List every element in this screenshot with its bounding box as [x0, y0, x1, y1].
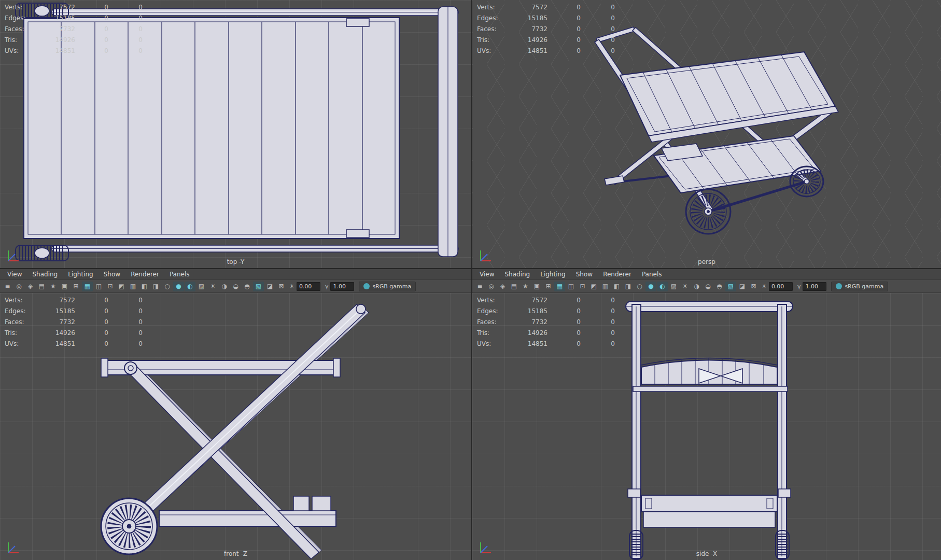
hud-row-col3: 0 — [108, 297, 143, 307]
anti-aliasing-icon[interactable]: ▧ — [725, 282, 736, 291]
hud-row-label: Edges: — [477, 307, 518, 318]
exposure-field[interactable] — [297, 282, 320, 291]
lock-camera-icon[interactable]: ◈ — [25, 282, 36, 291]
shadows-icon[interactable]: ◑ — [691, 282, 702, 291]
two-d-pan-zoom-icon[interactable]: ⊞ — [71, 282, 81, 291]
viewport-canvas-top[interactable]: Verts: 7572 0 0 Edges: 15185 0 0 Faces: … — [0, 0, 471, 268]
image-plane-icon[interactable]: ▣ — [531, 282, 542, 291]
safe-action-icon[interactable]: ◧ — [139, 282, 150, 291]
hud-row-col2: 0 — [547, 329, 581, 340]
gamma-field[interactable] — [803, 282, 826, 291]
grid-toggle-icon[interactable]: ▦ — [554, 282, 565, 291]
motion-blur-icon[interactable]: ◓ — [242, 282, 252, 291]
menu-shading[interactable]: Shading — [499, 271, 535, 278]
exposure-field[interactable] — [769, 282, 793, 291]
hud-row-col2: 0 — [75, 25, 108, 36]
motion-blur-icon[interactable]: ◓ — [714, 282, 725, 291]
textured-mode-icon[interactable]: ▨ — [196, 282, 207, 291]
hud-row-col2: 0 — [547, 15, 581, 25]
gate-mask-icon[interactable]: ◩ — [588, 282, 599, 291]
menu-panels[interactable]: Panels — [637, 271, 667, 278]
hud-row-col3: 0 — [581, 318, 615, 329]
colorspace-label: sRGB gamma — [372, 283, 411, 290]
film-gate-icon[interactable]: ◫ — [566, 282, 577, 291]
wireframe-mode-icon[interactable]: ○ — [634, 282, 645, 291]
viewport-canvas-persp[interactable]: Verts: 7572 0 0 Edges: 15185 0 0 Faces: … — [472, 0, 941, 268]
image-plane-icon[interactable]: ▣ — [59, 282, 70, 291]
menu-show[interactable]: Show — [99, 271, 125, 278]
panel-menu-icon[interactable]: ≡ — [474, 282, 485, 291]
grid-toggle-icon[interactable]: ▦ — [82, 282, 93, 291]
safe-action-icon[interactable]: ◧ — [611, 282, 622, 291]
isolate-select-icon[interactable]: ⊠ — [276, 282, 287, 291]
menu-panels[interactable]: Panels — [164, 271, 195, 278]
exposure-control: ☀ — [762, 282, 793, 291]
panel-menubar: View Shading Lighting Show Renderer Pane… — [472, 269, 941, 280]
xray-icon[interactable]: ◪ — [737, 282, 748, 291]
menu-shading[interactable]: Shading — [27, 271, 63, 278]
hud-row-value: 7732 — [46, 25, 75, 36]
wireframe-on-shaded-icon[interactable]: ◐ — [657, 282, 668, 291]
field-chart-icon[interactable]: ▥ — [600, 282, 611, 291]
camera-attributes-icon[interactable]: ▤ — [36, 282, 47, 291]
resolution-gate-icon[interactable]: ⊡ — [105, 282, 116, 291]
wireframe-mode-icon[interactable]: ○ — [162, 282, 173, 291]
wireframe-on-shaded-icon[interactable]: ◐ — [185, 282, 195, 291]
screen-space-ao-icon[interactable]: ◒ — [230, 282, 241, 291]
hud-row-value: 15185 — [46, 15, 75, 25]
hud-row-col3: 0 — [581, 340, 615, 351]
menu-lighting[interactable]: Lighting — [535, 271, 571, 278]
shadows-icon[interactable]: ◑ — [219, 282, 230, 291]
film-gate-icon[interactable]: ◫ — [93, 282, 104, 291]
hud-row-label: Verts: — [5, 297, 46, 307]
field-chart-icon[interactable]: ▥ — [128, 282, 138, 291]
use-all-lights-icon[interactable]: ☀ — [680, 282, 691, 291]
hud-row-value: 7572 — [46, 297, 75, 307]
view-transform-chip[interactable]: sRGB gamma — [831, 282, 888, 291]
two-d-pan-zoom-icon[interactable]: ⊞ — [543, 282, 554, 291]
smooth-shade-icon[interactable]: ● — [173, 282, 184, 291]
select-camera-icon[interactable]: ◎ — [13, 282, 24, 291]
panel-menu-icon[interactable]: ≡ — [2, 282, 13, 291]
menu-renderer[interactable]: Renderer — [125, 271, 164, 278]
menu-view[interactable]: View — [2, 271, 27, 278]
hud-row-col3: 0 — [581, 36, 615, 47]
menu-renderer[interactable]: Renderer — [598, 271, 637, 278]
textured-mode-icon[interactable]: ▨ — [668, 282, 679, 291]
anti-aliasing-icon[interactable]: ▧ — [253, 282, 264, 291]
hud-row-col2: 0 — [75, 297, 108, 307]
menu-view[interactable]: View — [474, 271, 499, 278]
viewport-canvas-side[interactable]: Verts: 7572 0 0 Edges: 15185 0 0 Faces: … — [472, 293, 941, 560]
menu-lighting[interactable]: Lighting — [63, 271, 99, 278]
menu-show[interactable]: Show — [571, 271, 598, 278]
safe-title-icon[interactable]: ◨ — [623, 282, 634, 291]
hud-row-value: 15185 — [46, 307, 75, 318]
hud-row-label: Faces: — [5, 318, 46, 329]
safe-title-icon[interactable]: ◨ — [150, 282, 161, 291]
hud-row-value: 15185 — [518, 15, 547, 25]
exposure-icon: ☀ — [762, 283, 767, 290]
bookmarks-icon[interactable]: ★ — [48, 282, 59, 291]
isolate-select-icon[interactable]: ⊠ — [748, 282, 759, 291]
lock-camera-icon[interactable]: ◈ — [497, 282, 508, 291]
hud-row-label: Tris: — [5, 329, 46, 340]
hud-row-col3: 0 — [108, 47, 143, 58]
smooth-shade-icon[interactable]: ● — [645, 282, 656, 291]
view-transform-chip[interactable]: sRGB gamma — [359, 282, 416, 291]
hud-row-col2: 0 — [75, 15, 108, 25]
hud-row-col3: 0 — [581, 329, 615, 340]
camera-attributes-icon[interactable]: ▤ — [509, 282, 519, 291]
hud-row-value: 14851 — [46, 340, 75, 351]
bookmarks-icon[interactable]: ★ — [520, 282, 531, 291]
hud-row-label: Faces: — [477, 318, 518, 329]
use-all-lights-icon[interactable]: ☀ — [207, 282, 218, 291]
screen-space-ao-icon[interactable]: ◒ — [703, 282, 713, 291]
gamma-control: γ — [325, 282, 355, 291]
select-camera-icon[interactable]: ◎ — [486, 282, 497, 291]
hud-row-col3: 0 — [108, 329, 143, 340]
resolution-gate-icon[interactable]: ⊡ — [577, 282, 588, 291]
xray-icon[interactable]: ◪ — [264, 282, 275, 291]
viewport-canvas-front[interactable]: Verts: 7572 0 0 Edges: 15185 0 0 Faces: … — [0, 293, 471, 560]
gate-mask-icon[interactable]: ◩ — [116, 282, 127, 291]
gamma-field[interactable] — [330, 282, 354, 291]
